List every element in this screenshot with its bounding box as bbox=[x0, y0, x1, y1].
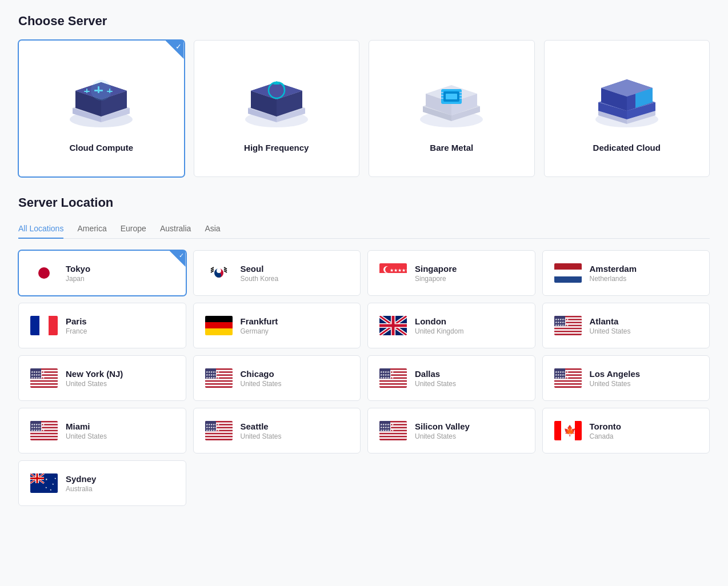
location-miami[interactable]: ★★★★★★ ★★★★★ ★★★★★★ Miami United States bbox=[18, 408, 186, 453]
location-city-miami: Miami bbox=[66, 422, 107, 431]
flag-usa-dallas: ★★★★★★ ★★★★★ ★★★★★★ bbox=[379, 368, 407, 388]
location-info-seattle: Seattle United States bbox=[241, 422, 282, 440]
svg-rect-122 bbox=[30, 436, 58, 438]
location-info-sydney: Sydney Australia bbox=[66, 474, 96, 493]
svg-text:★★★★★★: ★★★★★★ bbox=[380, 428, 394, 432]
location-country-seoul: South Korea bbox=[241, 275, 279, 283]
svg-rect-39 bbox=[554, 270, 582, 276]
flag-usa-los-angeles: ★★★★★★ ★★★★★ ★★★★★★ bbox=[554, 368, 582, 388]
location-london[interactable]: London United Kingdom bbox=[367, 303, 535, 348]
location-country-silicon-valley: United States bbox=[415, 432, 470, 440]
svg-text:★★★★★★: ★★★★★★ bbox=[380, 376, 394, 379]
location-city-singapore: Singapore bbox=[415, 264, 457, 274]
server-type-bare-metal[interactable]: Bare Metal bbox=[369, 40, 535, 177]
svg-point-23 bbox=[38, 267, 50, 279]
svg-rect-109 bbox=[554, 380, 582, 382]
locations-grid: Tokyo Japan Seoul bbox=[18, 250, 710, 506]
svg-rect-97 bbox=[379, 380, 407, 382]
flag-france bbox=[30, 316, 58, 335]
location-dallas[interactable]: ★★★★★★ ★★★★★ ★★★★★★ Dallas United States bbox=[367, 355, 535, 401]
svg-rect-17 bbox=[441, 98, 443, 99]
svg-text:★★★★★★: ★★★★★★ bbox=[206, 428, 220, 432]
svg-rect-110 bbox=[554, 383, 582, 385]
flag-usa-silicon-valley: ★★★★★★ ★★★★★ ★★★★★★ bbox=[379, 421, 407, 440]
location-silicon-valley[interactable]: ★★★★★★ ★★★★★ ★★★★★★ Silicon Valley Unite… bbox=[367, 408, 535, 453]
location-paris[interactable]: Paris France bbox=[18, 303, 186, 348]
location-toronto[interactable]: 🍁 Toronto Canada bbox=[542, 408, 710, 453]
location-new-york[interactable]: ★★★★★★ ★★★★★ ★★★★★★ New York (NJ) United… bbox=[18, 355, 186, 401]
svg-rect-145 bbox=[379, 433, 407, 435]
svg-rect-18 bbox=[459, 92, 462, 93]
location-info-silicon-valley: Silicon Valley United States bbox=[415, 422, 470, 440]
dedicated-cloud-icon bbox=[587, 65, 667, 134]
svg-rect-62 bbox=[554, 331, 582, 332]
svg-rect-86 bbox=[205, 383, 233, 385]
location-country-frankfurt: Germany bbox=[241, 327, 278, 335]
location-singapore[interactable]: ★★★★★ Singapore Singapore bbox=[367, 250, 535, 296]
location-country-chicago: United States bbox=[241, 380, 282, 388]
bare-metal-label: Bare Metal bbox=[430, 143, 473, 152]
location-info-toronto: Toronto Canada bbox=[590, 422, 622, 440]
flag-usa-newyork: ★★★★★★ ★★★★★ ★★★★★★ bbox=[30, 368, 58, 388]
svg-rect-98 bbox=[379, 383, 407, 385]
tab-america[interactable]: America bbox=[77, 219, 106, 239]
server-type-high-frequency[interactable]: High Frequency bbox=[194, 40, 360, 177]
svg-text:★★★★★★: ★★★★★★ bbox=[206, 376, 220, 379]
svg-rect-123 bbox=[30, 439, 58, 440]
location-info-amsterdam: Amsterdam Netherlands bbox=[590, 264, 637, 283]
svg-text:★★★★★: ★★★★★ bbox=[390, 268, 407, 273]
location-city-paris: Paris bbox=[66, 316, 87, 326]
svg-text:★: ★ bbox=[50, 488, 52, 491]
cloud-compute-label: Cloud Compute bbox=[69, 143, 133, 152]
svg-rect-153 bbox=[554, 421, 561, 440]
location-city-chicago: Chicago bbox=[241, 369, 282, 379]
flag-usa-chicago: ★★★★★★ ★★★★★ ★★★★★★ bbox=[205, 368, 233, 388]
high-frequency-label: High Frequency bbox=[244, 143, 309, 152]
location-amsterdam[interactable]: Amsterdam Netherlands bbox=[542, 250, 710, 296]
server-location-title: Server Location bbox=[18, 195, 710, 210]
svg-rect-133 bbox=[205, 433, 233, 435]
tab-europe[interactable]: Europe bbox=[121, 219, 146, 239]
flag-canada: 🍁 bbox=[554, 421, 582, 440]
tab-asia[interactable]: Asia bbox=[205, 219, 220, 239]
svg-rect-15 bbox=[441, 92, 443, 93]
server-type-cloud-compute[interactable]: Cloud Compute bbox=[18, 40, 185, 177]
tab-australia[interactable]: Australia bbox=[160, 219, 191, 239]
svg-rect-55 bbox=[379, 324, 407, 327]
location-frankfurt[interactable]: Frankfurt Germany bbox=[193, 303, 361, 348]
svg-text:★: ★ bbox=[45, 486, 47, 489]
svg-text:★: ★ bbox=[54, 477, 57, 480]
svg-rect-111 bbox=[554, 386, 582, 388]
svg-rect-61 bbox=[554, 328, 582, 330]
location-tokyo[interactable]: Tokyo Japan bbox=[18, 250, 186, 296]
location-country-miami: United States bbox=[66, 432, 107, 440]
svg-rect-38 bbox=[554, 263, 582, 270]
location-tabs: All Locations America Europe Australia A… bbox=[18, 219, 710, 239]
svg-rect-44 bbox=[205, 316, 233, 322]
svg-rect-73 bbox=[30, 380, 58, 382]
location-seattle[interactable]: ★★★★★★ ★★★★★ ★★★★★★ Seattle United State… bbox=[193, 408, 361, 453]
svg-rect-46 bbox=[205, 328, 233, 335]
location-chicago[interactable]: ★★★★★★ ★★★★★ ★★★★★★ Chicago United State… bbox=[193, 355, 361, 401]
location-info-tokyo: Tokyo Japan bbox=[66, 264, 90, 283]
location-seoul[interactable]: Seoul South Korea bbox=[193, 250, 361, 296]
cloud-compute-icon bbox=[61, 65, 141, 134]
location-city-seoul: Seoul bbox=[241, 264, 279, 274]
flag-usa-atlanta: ★★★★★★ ★★★★★ ★★★★★★ bbox=[554, 316, 582, 335]
location-city-seattle: Seattle bbox=[241, 422, 282, 431]
svg-rect-85 bbox=[205, 380, 233, 382]
svg-text:★★★★★★: ★★★★★★ bbox=[555, 323, 569, 327]
svg-rect-74 bbox=[30, 383, 58, 385]
location-country-seattle: United States bbox=[241, 432, 282, 440]
svg-rect-99 bbox=[379, 386, 407, 388]
location-los-angeles[interactable]: ★★★★★★ ★★★★★ ★★★★★★ Los Angeles United S… bbox=[542, 355, 710, 401]
svg-point-7 bbox=[91, 80, 111, 101]
location-sydney[interactable]: ★ ★ ★ ★ ★ Sydney Australia bbox=[18, 460, 186, 506]
tab-all-locations[interactable]: All Locations bbox=[18, 219, 63, 239]
location-info-paris: Paris France bbox=[66, 316, 87, 335]
server-type-dedicated-cloud[interactable]: Dedicated Cloud bbox=[544, 40, 710, 177]
location-info-frankfurt: Frankfurt Germany bbox=[241, 316, 278, 335]
location-atlanta[interactable]: ★★★★★★ ★★★★★ ★★★★★★ Atlanta United State… bbox=[542, 303, 710, 348]
location-info-dallas: Dallas United States bbox=[415, 369, 456, 388]
svg-rect-87 bbox=[205, 386, 233, 388]
